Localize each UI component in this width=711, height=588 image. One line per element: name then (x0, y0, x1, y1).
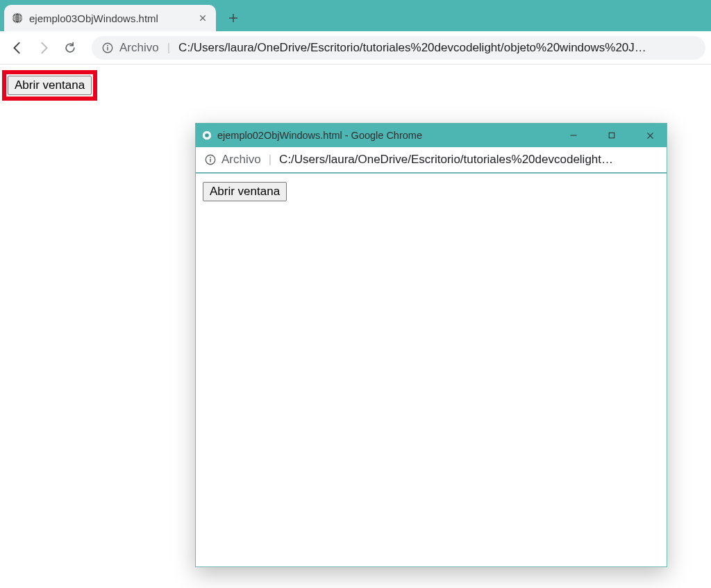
forward-button[interactable] (32, 36, 56, 60)
new-tab-button[interactable] (223, 8, 244, 28)
popup-address-bar[interactable]: Archivo | C:/Users/laura/OneDrive/Escrit… (196, 147, 667, 174)
tab-close-button[interactable] (196, 12, 209, 24)
browser-tab-strip: ejemplo03ObjWindows.html (0, 0, 711, 31)
reload-button[interactable] (58, 36, 82, 60)
info-icon (204, 153, 217, 166)
open-window-button[interactable]: Abrir ventana (203, 182, 287, 201)
svg-rect-9 (107, 47, 108, 50)
open-window-button[interactable]: Abrir ventana (8, 76, 92, 95)
chrome-app-icon (201, 130, 212, 141)
tab-title: ejemplo03ObjWindows.html (29, 12, 191, 24)
svg-rect-19 (210, 159, 211, 162)
window-maximize-button[interactable] (595, 124, 628, 147)
popup-page-content: Abrir ventana (196, 175, 667, 566)
address-bar[interactable]: Archivo | C:/Users/laura/OneDrive/Escrit… (92, 36, 705, 60)
browser-toolbar: Archivo | C:/Users/laura/OneDrive/Escrit… (0, 31, 711, 65)
window-minimize-button[interactable] (557, 124, 590, 147)
browser-tab[interactable]: ejemplo03ObjWindows.html (4, 5, 216, 31)
url-text: C:/Users/laura/OneDrive/Escritorio/tutor… (178, 41, 646, 55)
popup-window: ejemplo02ObjWindows.html - Google Chrome… (195, 123, 667, 567)
back-button[interactable] (6, 36, 29, 60)
globe-favicon-icon (11, 12, 24, 24)
annotation-highlight: Abrir ventana (2, 70, 97, 101)
info-icon (101, 42, 114, 54)
url-scheme-label: Archivo (119, 41, 159, 55)
svg-point-8 (107, 44, 108, 46)
svg-rect-14 (609, 133, 614, 138)
svg-point-18 (210, 157, 211, 158)
popup-title: ejemplo02ObjWindows.html - Google Chrome (217, 130, 422, 141)
separator: | (165, 41, 173, 55)
url-scheme-label: Archivo (221, 153, 261, 167)
svg-point-12 (205, 133, 209, 137)
url-text: C:/Users/laura/OneDrive/Escritorio/tutor… (279, 153, 613, 167)
separator: | (266, 153, 274, 167)
window-close-button[interactable] (633, 124, 667, 147)
popup-title-bar[interactable]: ejemplo02ObjWindows.html - Google Chrome (196, 124, 667, 147)
